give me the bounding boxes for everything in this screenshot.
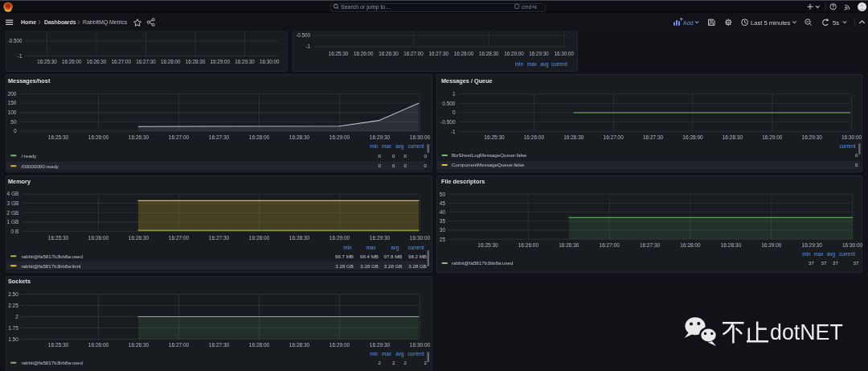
svg-text:3.28 GB: 3.28 GB: [408, 263, 427, 269]
svg-text:Sockets: Sockets: [8, 278, 31, 285]
svg-text:ComponentMessageQueue:false: ComponentMessageQueue:false: [452, 162, 525, 167]
svg-text:dotNET: dotNET: [770, 320, 843, 344]
svg-text:25: 25: [440, 237, 446, 242]
svg-text:16:27:30: 16:27:30: [209, 342, 230, 348]
svg-text:0 B: 0 B: [11, 229, 19, 234]
svg-text:16:27:30: 16:27:30: [209, 235, 230, 241]
svg-text:16:26:00: 16:26:00: [518, 242, 539, 248]
svg-text:max: max: [813, 251, 824, 257]
svg-text:16:29:00: 16:29:00: [330, 235, 350, 241]
svg-text:16:28:30: 16:28:30: [479, 51, 499, 56]
svg-text:File descriptors: File descriptors: [441, 178, 485, 185]
svg-text:16:25:30: 16:25:30: [48, 235, 69, 241]
svg-text:37: 37: [854, 260, 859, 266]
svg-text:16:28:00: 16:28:00: [454, 51, 474, 56]
svg-text:1.75: 1.75: [8, 325, 18, 331]
svg-text:2 GB: 2 GB: [6, 210, 18, 216]
svg-text:-1: -1: [18, 53, 23, 59]
svg-text:min: min: [515, 61, 524, 67]
svg-text:1: 1: [452, 91, 456, 97]
svg-text:16:29:00: 16:29:00: [330, 342, 350, 348]
svg-text:16:27:30: 16:27:30: [643, 134, 664, 140]
svg-text:16:29:30: 16:29:30: [370, 134, 391, 140]
svg-text:16:26:30: 16:26:30: [129, 235, 149, 241]
svg-text:max: max: [382, 351, 392, 357]
svg-text:98.4 MB: 98.4 MB: [360, 254, 379, 259]
svg-text:16:27:00: 16:27:00: [403, 51, 424, 56]
svg-text:16:30:00: 16:30:00: [260, 59, 280, 64]
svg-text:16:29:30: 16:29:30: [235, 59, 255, 64]
svg-text:16:27:30: 16:27:30: [429, 51, 449, 56]
svg-text:16:26:00: 16:26:00: [88, 235, 109, 241]
svg-text:16:25:30: 16:25:30: [37, 59, 57, 64]
svg-text:37: 37: [833, 260, 838, 266]
svg-text:rabbit@fa5817b3bb8a:used: rabbit@fa5817b3bb8a:used: [22, 360, 84, 365]
svg-text:16:30:00: 16:30:00: [842, 242, 863, 248]
svg-text:avg: avg: [395, 143, 404, 150]
svg-text:-0.500: -0.500: [296, 32, 310, 38]
svg-text:16:25:30: 16:25:30: [48, 342, 69, 348]
svg-text:1.50: 1.50: [8, 336, 18, 342]
svg-text:16:26:30: 16:26:30: [87, 59, 107, 64]
svg-text:0: 0: [855, 152, 858, 158]
svg-text:-0.500: -0.500: [440, 119, 456, 125]
svg-text:16:27:30: 16:27:30: [136, 59, 156, 64]
svg-text:min: min: [370, 143, 379, 149]
svg-text:16:28:00: 16:28:00: [161, 59, 181, 64]
svg-text:min: min: [802, 251, 811, 257]
svg-text:16:27:00: 16:27:00: [169, 235, 190, 241]
svg-text:16:27:30: 16:27:30: [640, 242, 661, 248]
svg-text:current: current: [839, 251, 855, 257]
svg-text:16:26:00: 16:26:00: [524, 134, 545, 140]
svg-text:37: 37: [821, 260, 827, 266]
svg-text:16:29:00: 16:29:00: [504, 51, 524, 56]
svg-text:Memory: Memory: [8, 178, 31, 185]
svg-text:16:29:30: 16:29:30: [370, 235, 391, 241]
svg-text:current: current: [408, 245, 424, 250]
svg-text:2.25: 2.25: [8, 303, 18, 308]
svg-text:40: 40: [440, 209, 446, 215]
svg-text:16:29:00: 16:29:00: [762, 134, 783, 140]
svg-text:16:29:00: 16:29:00: [330, 134, 350, 140]
svg-text:0: 0: [404, 163, 407, 168]
svg-text:0: 0: [452, 109, 456, 115]
svg-text:max: max: [382, 143, 392, 149]
svg-text:16:29:30: 16:29:30: [370, 342, 391, 348]
svg-text:0: 0: [14, 128, 17, 134]
svg-text:min: min: [370, 351, 379, 357]
svg-text:16:27:00: 16:27:00: [111, 59, 131, 64]
svg-text:16:26:00: 16:26:00: [88, 342, 109, 348]
svg-text:-0.500: -0.500: [8, 38, 23, 43]
svg-text:avg: avg: [827, 251, 836, 258]
svg-text:current: current: [408, 143, 424, 149]
svg-text:16:28:00: 16:28:00: [249, 134, 270, 140]
svg-text:0.500: 0.500: [442, 101, 456, 106]
svg-text:16:30:00: 16:30:00: [410, 235, 431, 241]
svg-text:97.8 MB: 97.8 MB: [383, 254, 402, 259]
svg-text:150: 150: [8, 100, 17, 105]
svg-text:-1: -1: [451, 129, 456, 134]
svg-text:3.28 GB: 3.28 GB: [360, 263, 379, 269]
svg-text:2: 2: [424, 360, 428, 365]
svg-text:16:25:30: 16:25:30: [484, 134, 505, 140]
svg-text:16:28:30: 16:28:30: [289, 235, 310, 241]
svg-text:max: max: [366, 245, 376, 250]
svg-text:0: 0: [392, 163, 395, 168]
svg-text:max: max: [527, 61, 538, 67]
svg-text:16:29:30: 16:29:30: [802, 242, 823, 248]
svg-text:rabbit@fa5817b3bb8a:used: rabbit@fa5817b3bb8a:used: [452, 260, 514, 266]
svg-text:16:26:30: 16:26:30: [563, 134, 584, 140]
svg-text:16:29:30: 16:29:30: [802, 134, 823, 140]
svg-text:16:28:30: 16:28:30: [723, 134, 743, 140]
svg-text:16:27:00: 16:27:00: [169, 342, 190, 348]
svg-text:3.28 GB: 3.28 GB: [384, 263, 403, 269]
svg-text:16:27:30: 16:27:30: [209, 134, 230, 140]
svg-text:1 GB: 1 GB: [6, 219, 18, 225]
svg-text:100: 100: [8, 109, 17, 115]
svg-text:0: 0: [379, 153, 382, 159]
svg-text:2: 2: [392, 360, 395, 365]
svg-text:16:29:00: 16:29:00: [210, 59, 230, 64]
svg-text:2: 2: [379, 360, 382, 365]
svg-text:16:26:00: 16:26:00: [62, 59, 82, 64]
svg-text:avg: avg: [391, 245, 399, 251]
